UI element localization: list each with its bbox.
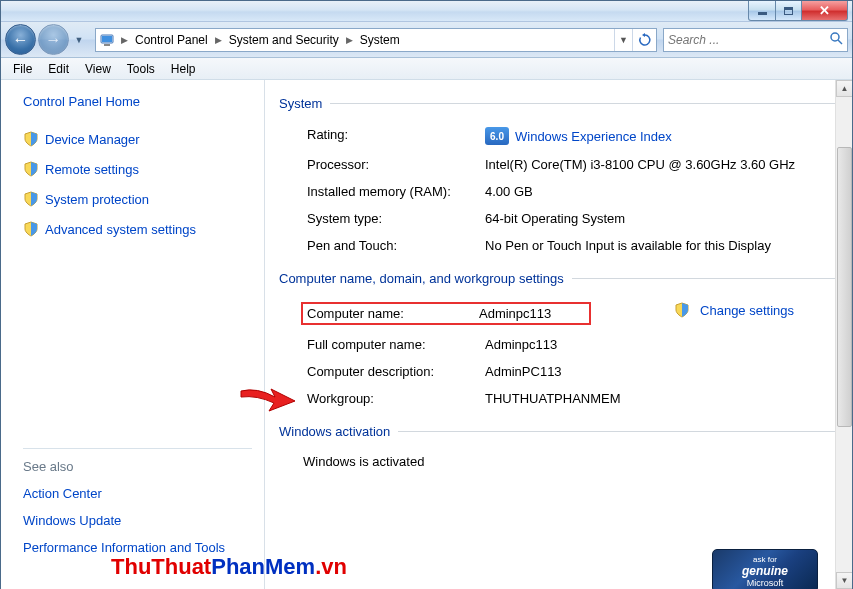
content-pane: System Rating: 6.0 Windows Experience In… [265, 80, 852, 589]
section-title: Computer name, domain, and workgroup set… [279, 271, 572, 286]
address-bar[interactable]: ▶ Control Panel ▶ System and Security ▶ … [95, 28, 657, 52]
control-panel-home-link[interactable]: Control Panel Home [23, 94, 252, 109]
shield-icon [23, 221, 39, 237]
computer-name-highlight: Computer name: Adminpc113 [301, 302, 591, 325]
pen-touch-value: No Pen or Touch Input is available for t… [485, 238, 838, 253]
minimize-button[interactable] [748, 1, 776, 21]
menu-tools[interactable]: Tools [119, 60, 163, 78]
genuine-microsoft-badge[interactable]: ask for genuine Microsoft [712, 549, 818, 589]
ram-value: 4.00 GB [485, 184, 838, 199]
refresh-button[interactable] [632, 29, 656, 51]
scroll-down-button[interactable]: ▼ [836, 572, 852, 589]
shield-icon [674, 302, 690, 318]
menu-bar: File Edit View Tools Help [1, 58, 852, 80]
processor-value: Intel(R) Core(TM) i3-8100 CPU @ 3.60GHz … [485, 157, 838, 172]
full-computer-name-value: Adminpc113 [485, 337, 838, 352]
back-button[interactable]: ← [5, 24, 36, 55]
workgroup-label: Workgroup: [307, 391, 485, 406]
system-type-value: 64-bit Operating System [485, 211, 838, 226]
scroll-thumb[interactable] [837, 147, 852, 427]
system-properties-window: ✕ ← → ▼ ▶ Control Panel ▶ System and Sec… [0, 0, 853, 589]
forward-button[interactable]: → [38, 24, 69, 55]
computer-description-value: AdminPC113 [485, 364, 838, 379]
annotation-arrow-icon [237, 383, 299, 419]
sidebar: Control Panel Home Device Manager Remote… [1, 80, 265, 589]
computer-name-value: Adminpc113 [479, 306, 551, 321]
pen-touch-label: Pen and Touch: [307, 238, 485, 253]
svg-rect-2 [102, 36, 112, 42]
breadcrumb-item[interactable]: System and Security [225, 29, 343, 51]
svg-point-3 [831, 33, 839, 41]
computer-name-section: Computer name, domain, and workgroup set… [279, 271, 838, 412]
maximize-button[interactable] [776, 1, 802, 21]
action-center-link[interactable]: Action Center [23, 486, 252, 501]
wei-score-badge: 6.0 [485, 127, 509, 145]
svg-rect-1 [104, 44, 110, 46]
scroll-up-button[interactable]: ▲ [836, 80, 852, 97]
remote-settings-link[interactable]: Remote settings [23, 161, 252, 177]
titlebar[interactable]: ✕ [1, 1, 852, 22]
history-dropdown[interactable]: ▼ [71, 28, 87, 52]
watermark: ThuThuatPhanMem.vn [111, 554, 347, 580]
search-box[interactable] [663, 28, 848, 52]
full-computer-name-label: Full computer name: [307, 337, 485, 352]
rating-label: Rating: [307, 127, 485, 142]
performance-info-link[interactable]: Performance Information and Tools [23, 540, 252, 555]
search-input[interactable] [668, 33, 829, 47]
system-type-label: System type: [307, 211, 485, 226]
system-protection-link[interactable]: System protection [23, 191, 252, 207]
processor-label: Processor: [307, 157, 485, 172]
shield-icon [23, 131, 39, 147]
section-title: System [279, 96, 330, 111]
menu-edit[interactable]: Edit [40, 60, 77, 78]
change-settings-link[interactable]: Change settings [674, 302, 794, 318]
system-section: System Rating: 6.0 Windows Experience In… [279, 96, 838, 259]
wei-link[interactable]: Windows Experience Index [515, 129, 672, 144]
workgroup-value: THUTHUATPHANMEM [485, 391, 838, 406]
computer-icon [96, 29, 118, 51]
svg-line-4 [838, 40, 842, 44]
activation-section: Windows activation Windows is activated [279, 424, 838, 469]
windows-update-link[interactable]: Windows Update [23, 513, 252, 528]
see-also-heading: See also [23, 459, 252, 474]
close-button[interactable]: ✕ [802, 1, 848, 21]
shield-icon [23, 161, 39, 177]
shield-icon [23, 191, 39, 207]
device-manager-link[interactable]: Device Manager [23, 131, 252, 147]
computer-description-label: Computer description: [307, 364, 485, 379]
advanced-settings-link[interactable]: Advanced system settings [23, 221, 252, 237]
menu-file[interactable]: File [5, 60, 40, 78]
section-title: Windows activation [279, 424, 398, 439]
ram-label: Installed memory (RAM): [307, 184, 485, 199]
search-icon [829, 31, 843, 48]
computer-name-label: Computer name: [307, 306, 479, 321]
breadcrumb-item[interactable]: System [356, 29, 404, 51]
activation-status: Windows is activated [279, 449, 838, 469]
menu-help[interactable]: Help [163, 60, 204, 78]
vertical-scrollbar[interactable]: ▲ ▼ [835, 80, 852, 589]
menu-view[interactable]: View [77, 60, 119, 78]
breadcrumb-item[interactable]: Control Panel [131, 29, 212, 51]
navigation-bar: ← → ▼ ▶ Control Panel ▶ System and Secur… [1, 22, 852, 58]
address-dropdown[interactable]: ▼ [614, 29, 632, 51]
